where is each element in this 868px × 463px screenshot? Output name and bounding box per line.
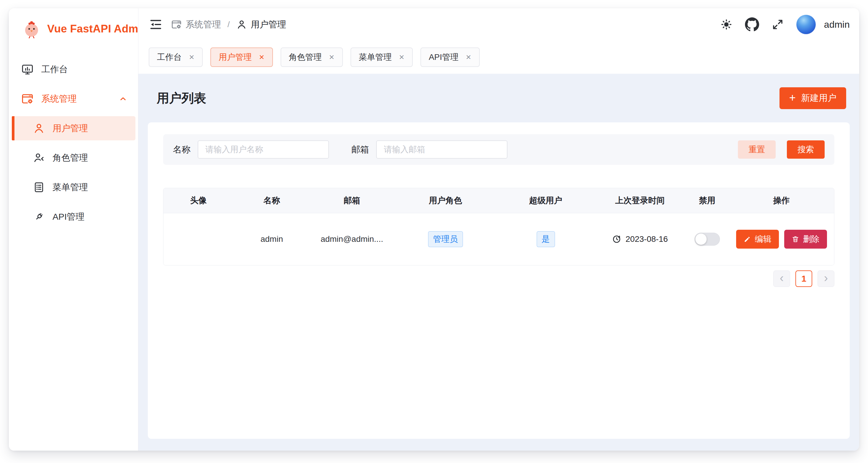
add-user-button[interactable]: + 新建用户 [779,87,846,109]
close-icon[interactable]: ✕ [259,54,265,61]
reset-button[interactable]: 重置 [738,140,776,159]
system-gear-icon [171,19,182,30]
sidebar-item-label: 用户管理 [53,122,88,134]
col-avatar: 头像 [163,188,234,213]
close-icon[interactable]: ✕ [466,54,471,61]
user-icon [33,122,45,134]
name-cell: admin [234,213,310,265]
name-filter-label: 名称 [173,144,191,156]
tab-label: 工作台 [157,52,182,63]
tab-label: 角色管理 [289,52,322,63]
role-icon [33,152,45,164]
topbar-actions: admin [720,15,850,34]
actions-cell: 编辑 删除 [729,213,834,265]
sidebar-item-menu-management[interactable]: 菜单管理 [12,175,135,199]
menu-fold-icon[interactable] [149,18,162,31]
disabled-cell [685,213,729,265]
user-table: 头像 名称 邮箱 用户角色 超级用户 上次登录时间 禁用 操作 admin ad… [163,188,834,265]
chevron-left-icon: ‹ [780,271,784,285]
sidebar-item-label: 系统管理 [41,93,77,105]
trash-icon [792,235,799,243]
avatar-cell [163,213,234,265]
add-user-label: 新建用户 [801,92,836,104]
sidebar-item-label: 工作台 [41,63,68,75]
tab-role-management[interactable]: 角色管理 ✕ [281,47,343,67]
user-icon [236,19,247,30]
user-avatar[interactable] [796,15,816,34]
email-filter-label: 邮箱 [351,144,369,156]
close-icon[interactable]: ✕ [189,54,194,61]
table-header: 头像 名称 邮箱 用户角色 超级用户 上次登录时间 禁用 操作 [163,188,834,213]
main-area: 系统管理 / 用户管理 [138,8,859,451]
chevron-up-icon [118,94,128,103]
next-page-button[interactable]: › [817,270,834,287]
edit-label: 编辑 [755,234,772,245]
row-actions: 编辑 删除 [736,230,827,249]
sidebar-item-workbench[interactable]: 工作台 [12,57,135,81]
last-login-cell: 2023-08-16 [594,213,685,265]
history-clock-icon [612,234,621,244]
breadcrumb: 系统管理 / 用户管理 [171,19,286,31]
github-icon[interactable] [745,18,759,32]
sidebar-item-api-management[interactable]: API管理 [12,205,135,229]
close-icon[interactable]: ✕ [399,54,404,61]
breadcrumb-label: 系统管理 [186,19,221,31]
delete-label: 删除 [803,234,819,245]
plus-icon: + [789,92,796,103]
sidebar-item-user-management[interactable]: 用户管理 [12,116,135,140]
app-window: Vue FastAPI Admin 工作台 [9,8,859,451]
tab-api-management[interactable]: API管理 ✕ [421,47,479,67]
filter-actions: 重置 搜索 [738,140,825,159]
page-1-button[interactable]: 1 [796,270,812,287]
content-area: 用户列表 + 新建用户 名称 邮箱 重置 [138,74,859,451]
breadcrumb-user-management[interactable]: 用户管理 [236,19,286,31]
tab-label: API管理 [429,52,459,63]
tab-label: 用户管理 [219,52,252,63]
col-last-login: 上次登录时间 [594,188,685,213]
email-filter-group: 邮箱 [351,140,507,159]
role-tag[interactable]: 管理员 [428,231,463,247]
delete-button[interactable]: 删除 [784,230,827,249]
breadcrumb-label: 用户管理 [251,19,286,31]
col-superuser: 超级用户 [497,188,594,213]
toggle-knob [695,234,707,245]
prev-page-button[interactable]: ‹ [773,270,790,287]
tab-menu-management[interactable]: 菜单管理 ✕ [350,47,413,67]
fullscreen-icon[interactable] [772,18,784,31]
chick-icon [21,19,42,39]
system-submenu: 用户管理 角色管理 [9,116,138,229]
email-filter-input[interactable] [376,140,507,159]
breadcrumb-system[interactable]: 系统管理 [171,19,221,31]
tab-user-management[interactable]: 用户管理 ✕ [210,47,273,67]
disabled-toggle[interactable] [694,233,720,246]
col-actions: 操作 [729,188,834,213]
breadcrumb-separator: / [227,20,230,29]
name-filter-input[interactable] [198,140,329,159]
table-row: admin admin@admin.... 管理员 是 [163,213,834,265]
tab-label: 菜单管理 [359,52,392,63]
theme-sun-icon[interactable] [720,18,733,31]
sidebar-item-label: API管理 [53,211,84,223]
edit-button[interactable]: 编辑 [736,230,779,249]
app-title: Vue FastAPI Admin [47,23,148,35]
col-role: 用户角色 [394,188,497,213]
pencil-icon [743,235,751,243]
col-name: 名称 [234,188,310,213]
page-title: 用户列表 [157,90,206,106]
col-email: 邮箱 [310,188,394,213]
sidebar-item-role-management[interactable]: 角色管理 [12,146,135,170]
pagination: ‹ 1 › [163,270,834,287]
username[interactable]: admin [824,19,850,30]
sidebar-item-system[interactable]: 系统管理 [12,87,135,111]
superuser-cell: 是 [497,213,594,265]
close-icon[interactable]: ✕ [329,54,335,61]
role-cell: 管理员 [394,213,497,265]
app-logo[interactable]: Vue FastAPI Admin [9,8,138,49]
tab-workbench[interactable]: 工作台 ✕ [149,47,203,67]
superuser-tag: 是 [537,231,555,247]
last-login-date: 2023-08-16 [625,234,668,244]
search-button[interactable]: 搜索 [787,140,825,159]
topbar: 系统管理 / 用户管理 [138,8,859,41]
sidebar-item-label: 角色管理 [53,152,88,164]
last-login: 2023-08-16 [612,234,668,244]
